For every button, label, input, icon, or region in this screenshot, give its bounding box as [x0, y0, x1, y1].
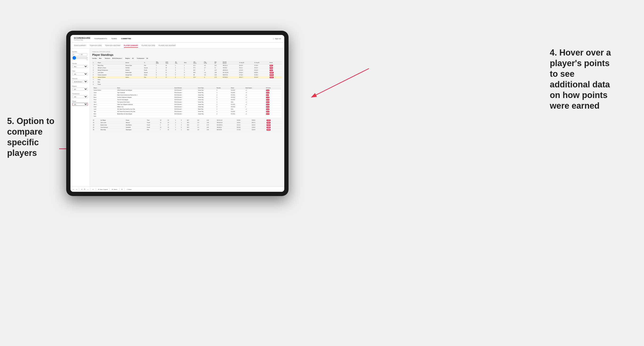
lp-reg-rank: 7	[160, 129, 167, 131]
logo-area: SCOREBOARD Powered by clippi	[74, 37, 90, 41]
player-points[interactable]	[269, 83, 282, 86]
player-points[interactable]	[269, 81, 282, 83]
view-original-label: View: Original	[100, 189, 108, 190]
lp-points[interactable]: 40.02	[266, 124, 282, 126]
tooltip-event: Williams Cup	[116, 106, 174, 108]
sidebar-player-select[interactable]: (All)	[72, 103, 88, 106]
tooltip-rounds: 3	[216, 99, 230, 101]
tooltip-division: NCAA Division I	[174, 92, 197, 94]
tooltip-type: Match Play	[197, 108, 216, 111]
player-yr: Second	[143, 67, 156, 69]
sub-nav-team-h2h-grid[interactable]: TEAM H2H GRID	[90, 44, 102, 47]
toolbar-sep-3	[96, 188, 96, 191]
refresh-btn[interactable]: ↺	[81, 189, 82, 190]
lp-reg-rank: 12	[160, 126, 167, 129]
tooltip-points: 20.47	[265, 106, 281, 108]
view-icon: 👁	[98, 189, 99, 190]
sub-nav-team-summary[interactable]: TEAM SUMMARY	[74, 44, 86, 47]
tooltip-points: 56.18	[265, 111, 281, 113]
lp-name: Ian Gilligan	[100, 119, 125, 122]
tooltip-col-points: W Points	[265, 87, 281, 89]
lp-school: Washington	[125, 129, 146, 131]
lp-adj-score: 69.4	[186, 124, 196, 126]
sidebar-division-select[interactable]: NCAA Division I	[72, 80, 88, 83]
col-reg-rank: RegRank	[156, 61, 165, 64]
player-vs25: 29-15-0	[238, 64, 254, 67]
sidebar-no-rds-max-input[interactable]	[80, 53, 87, 56]
lp-vs50: 19-16-2	[251, 124, 266, 126]
player-record: 674-33-12	[222, 76, 238, 79]
lp-points[interactable]: 38.49	[266, 129, 282, 131]
clock-btn[interactable]: ⏱	[92, 189, 94, 190]
sidebar-gender-select[interactable]: Men	[72, 65, 88, 68]
tooltip-points: 24.11	[265, 101, 281, 103]
sidebar-no-rds-min-input[interactable]	[72, 53, 80, 56]
dash-btn[interactable]: —	[87, 189, 88, 190]
player-record: 547-142-38	[222, 72, 238, 74]
redo-btn[interactable]: ↪	[76, 189, 77, 190]
player-reg-rank: 5	[156, 72, 165, 74]
sidebar-no-rds-range[interactable]	[72, 57, 88, 59]
player-points[interactable]	[269, 79, 282, 81]
lp-to-par: -1.2	[196, 126, 206, 129]
tooltip-division: NCAA Division I	[174, 111, 197, 113]
lp-avg-sg: 0.74	[206, 124, 216, 126]
export-btn[interactable]: ⬇	[121, 189, 122, 190]
player-name: Christo Lamprecht	[97, 74, 125, 76]
sidebar-region-select[interactable]: N/A	[72, 88, 88, 91]
player-reg-rank: 1	[156, 67, 165, 69]
nav-teams[interactable]: TEAMS	[111, 37, 117, 40]
player-wins	[183, 79, 193, 81]
copy-btn[interactable]: ⧉	[84, 188, 85, 190]
tooltip-event: Tiger Invitational	[116, 92, 174, 94]
tooltip-event: UNCW Seahawk Intercollegiate	[116, 89, 174, 92]
sign-out-link[interactable]: Sign out	[275, 38, 281, 39]
sidebar-year-select[interactable]: (All)	[72, 72, 88, 76]
tablet-screen: SCOREBOARD Powered by clippi TOURNAMENTS…	[70, 35, 284, 192]
tooltip-rounds	[216, 115, 230, 118]
player-points[interactable]: 68.94	[269, 72, 282, 74]
tooltip-rounds: 3	[216, 94, 230, 96]
player-standings-table: # Player School Yr RegRank ConfRank NoRd…	[92, 61, 282, 86]
lp-to-par: -1.7	[196, 124, 206, 126]
player-yr: First	[143, 76, 156, 79]
filter-division-value: NCAA Division I	[112, 58, 122, 59]
sidebar-conference-select[interactable]: (All)	[72, 95, 88, 98]
tooltip-type: Stroke Play	[197, 113, 216, 115]
view-original-btn[interactable]: 👁 View: Original	[98, 189, 108, 190]
tooltip-points: 22.64	[265, 89, 281, 92]
player-rank: 8	[92, 81, 97, 83]
tooltip-division: NCAA Division I	[174, 106, 197, 108]
player-school	[125, 79, 143, 81]
player-points[interactable]: 88.2	[269, 64, 282, 67]
nav-items: TOURNAMENTS TEAMS COMMITTEE	[94, 37, 273, 40]
lp-record: 562-02-23	[216, 129, 236, 131]
lp-points[interactable]: 40.27	[266, 122, 282, 124]
player-points[interactable]: 60.49	[269, 74, 282, 76]
player-avg-sg: 2.34	[214, 74, 222, 76]
sub-nav-team-h2h-heatmap[interactable]: TEAM H2H HEATMAP	[105, 44, 120, 47]
col-rank: #	[92, 61, 97, 64]
col-school: School	[125, 61, 143, 64]
player-wins	[183, 81, 193, 83]
player-points[interactable]: 73.2	[269, 69, 282, 72]
player-points[interactable]: 76.2	[269, 67, 282, 69]
player-points[interactable]: 58.18	[269, 76, 282, 79]
sub-nav-player-summary[interactable]: PLAYER SUMMARY	[124, 44, 138, 48]
sub-nav-player-h2h-grid[interactable]: PLAYER H2H GRID	[142, 44, 155, 47]
player-name: Michael Thorbjornsen	[97, 69, 125, 72]
col-player: Player	[97, 61, 125, 64]
col-vs25: Vs Top 25	[238, 61, 254, 64]
sub-nav-player-h2h-heatmap[interactable]: PLAYER H2H HEATMAP	[158, 44, 176, 47]
lp-points[interactable]: 39.95	[266, 126, 282, 129]
watch-btn[interactable]: 👁 Watch	[112, 189, 117, 190]
col-conf-rank: ConfRank	[165, 61, 174, 64]
col-yr: Yr	[143, 61, 156, 64]
player-vs50: 61-20-3	[254, 74, 269, 76]
lp-points[interactable]: 40.58	[266, 119, 282, 122]
player-record: 533-57-16	[222, 74, 238, 76]
nav-committee[interactable]: COMMITTEE	[121, 37, 131, 40]
nav-tournaments[interactable]: TOURNAMENTS	[94, 37, 107, 40]
undo-btn[interactable]: ↩	[73, 189, 74, 190]
share-btn[interactable]: ↗ Share	[126, 189, 132, 190]
